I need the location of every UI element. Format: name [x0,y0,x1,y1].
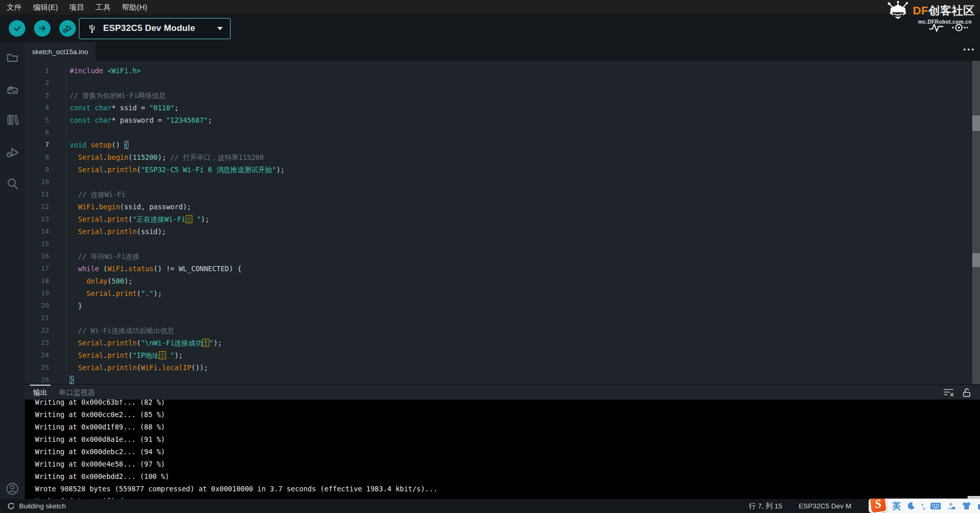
sidebar-item-library-manager[interactable] [5,112,20,127]
ime-keyboard-icon[interactable] [930,502,941,510]
code-line[interactable]: 17 while (WiFi.status() != WL_CONNECTED)… [25,262,980,275]
sidebar-item-sketchbook[interactable] [5,51,20,65]
tab-serial-monitor[interactable]: 串口监视器 [56,385,98,400]
menu-item[interactable]: 文件 [1,0,27,14]
ime-toolbox-icon[interactable] [977,502,980,510]
tab-sketch[interactable]: sketch_oct15a.ino [25,42,95,61]
code-line[interactable]: 3// 替换为你的Wi-Fi网络信息 [25,89,980,102]
output-console[interactable]: Writing at 0x000c63bf... (82 %)Writing a… [25,400,980,499]
code-line[interactable]: 6 [25,126,980,139]
code-text: const char* ssid = "0110"; [49,102,178,114]
code-line[interactable]: 7void setup() { [25,139,980,151]
code-text [49,312,70,324]
code-line[interactable]: 14 Serial.println(ssid); [25,225,980,238]
code-line[interactable]: 5const char* password = "12345687"; [25,114,980,126]
code-text: } [49,374,74,384]
code-line[interactable]: 25 Serial.println(WiFi.localIP()); [25,361,980,374]
bug-play-icon [6,145,20,159]
ime-account-icon[interactable] [947,502,956,510]
code-line[interactable]: 4const char* ssid = "0110"; [25,102,980,114]
code-text: Serial.println(ssid); [49,225,166,238]
sidebar-item-boards-manager[interactable] [5,82,20,97]
code-line[interactable]: 21 [25,312,980,324]
code-line[interactable]: 22 // Wi-Fi连接成功后输出信息 [25,324,980,337]
code-line[interactable]: 23 Serial.println("\nWi-Fi连接成功！"); [25,337,980,349]
code-editor[interactable]: 1#include <WiFi.h>23// 替换为你的Wi-Fi网络信息4co… [25,61,980,384]
editor-scrollbar[interactable] [972,61,980,384]
line-number: 13 [25,213,49,225]
code-line[interactable]: 24 Serial.print("IP地址： "); [25,349,980,361]
upload-button[interactable] [34,20,51,37]
menu-item[interactable]: 项目 [63,0,90,14]
code-lines: 1#include <WiFi.h>23// 替换为你的Wi-Fi网络信息4co… [25,64,980,384]
code-line[interactable]: 26} [25,374,980,384]
code-line[interactable]: 8 Serial.begin(115200); // 打开串口，波特率11520… [25,151,980,163]
menu-item[interactable]: 帮助(H) [116,0,153,14]
code-line[interactable]: 10 [25,176,980,188]
code-text: void setup() { [49,139,128,151]
console-line: Writing at 0x000e4e58... (97 %) [35,458,980,470]
code-line[interactable]: 13 Serial.print("正在连接Wi-Fi： "); [25,213,980,225]
ime-language-toggle[interactable]: 英 [892,500,901,512]
line-number: 21 [25,312,49,324]
debug-play-icon [61,22,74,35]
verify-button[interactable] [9,20,25,37]
scrollbar-thumb[interactable] [972,253,980,267]
ime-skin-icon[interactable] [961,502,972,510]
clear-output-icon[interactable] [943,388,955,397]
cursor-position[interactable]: 行 7, 列 15 [749,502,782,511]
scroll-lock-icon[interactable] [962,388,972,398]
tab-label: sketch_oct15a.ino [32,48,88,56]
console-line: Writing at 0x000debc2... (94 %) [35,445,980,458]
sogou-logo-icon[interactable]: S [869,499,888,513]
line-number: 12 [25,201,49,213]
code-line[interactable]: 16 // 等待Wi-Fi连接 [25,250,980,262]
sync-spinner-icon [7,502,15,510]
console-line: Wrote 908528 bytes (559877 compressed) a… [35,483,980,495]
serial-monitor-icon[interactable] [952,22,968,33]
code-line[interactable]: 1#include <WiFi.h> [25,64,980,77]
search-icon [6,177,20,191]
sidebar-item-debug[interactable] [5,144,20,159]
code-line[interactable]: 19 Serial.print("."); [25,287,980,300]
code-text: delay(500); [49,275,133,287]
code-line[interactable]: 12 WiFi.begin(ssid, password); [25,201,980,213]
code-text: Serial.println("\nWi-Fi连接成功！"); [49,337,222,349]
console-line: Hash of data verified. [35,495,980,499]
code-text [49,126,70,139]
line-number: 16 [25,250,49,262]
arrow-right-icon [37,23,48,34]
sidebar-item-search[interactable] [5,176,20,191]
debug-button[interactable] [59,20,76,37]
scrollbar-thumb[interactable] [972,115,980,131]
night-mode-icon[interactable] [907,502,916,510]
code-text: while (WiFi.status() != WL_CONNECTED) { [49,262,241,275]
code-line[interactable]: 15 [25,238,980,250]
serial-plotter-icon[interactable] [929,22,943,33]
ime-toolbar[interactable]: S 英 ’, [869,499,980,513]
board-status[interactable]: ESP32C5 Dev M [799,502,852,510]
more-actions-icon[interactable] [963,48,974,51]
tab-output[interactable]: 输出 [30,385,51,400]
code-line[interactable]: 2 [25,77,980,89]
dfrobot-brand: DF创客社区 mc.DFRobot.com.cn [885,1,975,25]
code-line[interactable]: 9 Serial.println("ESP32-C5 Wi-Fi 6 消息推送测… [25,163,980,176]
menu-item[interactable]: 工具 [90,0,116,14]
line-number: 23 [25,337,49,349]
chevron-down-icon [217,27,223,30]
code-text [49,77,70,89]
account-icon[interactable] [5,481,20,497]
line-number: 2 [25,77,49,89]
console-line: Writing at 0x000d1f89... (88 %) [35,421,980,433]
editor-tab-bar: sketch_oct15a.ino [25,42,980,61]
toolbar: ESP32C5 Dev Module [0,14,980,42]
board-selector[interactable]: ESP32C5 Dev Module [79,18,231,39]
usb-icon [88,24,96,34]
code-line[interactable]: 18 delay(500); [25,275,980,287]
code-line[interactable]: 11 // 连接Wi-Fi [25,188,980,201]
code-text [49,176,70,188]
code-line[interactable]: 20 } [25,300,980,312]
indent-guide [66,65,67,383]
menu-item[interactable]: 编辑(E) [27,0,63,14]
ime-punctuation-toggle[interactable]: ’, [921,502,924,510]
